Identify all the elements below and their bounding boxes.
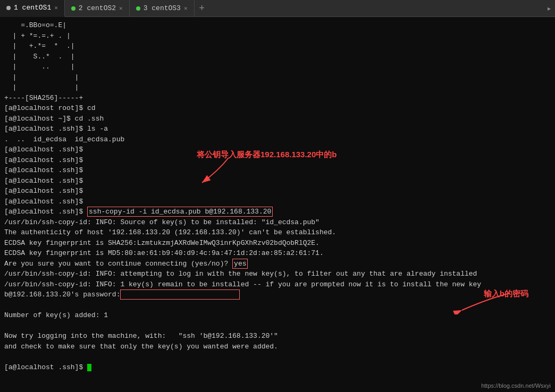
term-line [4,352,551,362]
term-line: | | [4,82,551,93]
yes-no-line: Are you sure you want to continue connec… [4,259,551,269]
term-line: | .. | [4,62,551,72]
url-bar: https://blog.csdn.net/Wsxyi [481,381,551,390]
tab-close-1[interactable]: ✕ [54,4,58,11]
term-line: [a@localhost .ssh]$ [4,165,551,176]
tab-close-3[interactable]: ✕ [184,5,188,12]
term-line: [a@localhost .ssh]$ [4,144,551,155]
terminal-cursor [87,364,91,371]
tab-dot-1 [6,6,11,10]
term-line: ECDSA key fingerprint is MD5:80:ae:61:b9… [4,248,551,259]
tab-dot-2 [71,6,75,11]
tab-label-1: 1 centOS1 [14,4,51,12]
tab-centos2[interactable]: 2 centOS2 ✕ [65,0,130,17]
term-line: [a@localhost .ssh]$ ls -a [4,124,551,134]
term-line [4,321,551,331]
tab-scroll-right[interactable]: ▸ [543,3,555,14]
term-line: +----[SHA256]-----+ [4,93,551,104]
term-line: Number of key(s) added: 1 [4,310,551,321]
tab-label-3: 3 centOS3 [144,4,181,12]
tab-close-2[interactable]: ✕ [119,5,123,12]
term-line: | +.*= * .| [4,41,551,52]
term-line [4,300,551,311]
yes-response: yes [232,259,248,269]
term-line: /usr/bin/ssh-copy-id: INFO: 1 key(s) rem… [4,279,551,290]
final-prompt-line: [a@localhost .ssh]$ [4,362,551,373]
term-line: =.BBo=o=.E| [4,20,551,31]
term-line: /usr/bin/ssh-copy-id: INFO: attempting t… [4,269,551,279]
term-line: The authenticity of host '192.168.133.20… [4,227,551,238]
term-line: [a@localhost .ssh]$ [4,155,551,166]
term-line: [a@localhost .ssh]$ [4,176,551,186]
term-line: ECDSA key fingerprint is SHA256:Lzmtukzm… [4,238,551,249]
ssh-copy-id-line: [a@localhost .ssh]$ ssh-copy-id -i id_ec… [4,207,551,217]
password-line: b@192.168.133.20's password: [4,289,551,300]
term-line: /usr/bin/ssh-copy-id: INFO: Source of ke… [4,217,551,228]
term-line: Now try logging into the machine, with: … [4,331,551,342]
term-line: [a@localhost .ssh]$ [4,197,551,207]
term-line: | S..* . | [4,52,551,62]
new-tab-button[interactable]: + [195,1,209,16]
term-line: | + *=.=.+ . | [4,31,551,41]
term-line: | | [4,72,551,83]
tab-label-2: 2 centOS2 [79,4,116,12]
tab-centos3[interactable]: 3 centOS3 ✕ [130,0,195,17]
tab-centos1[interactable]: 1 centOS1 ✕ [0,0,65,17]
term-line: . .. id_ecdsa id_ecdsa.pub [4,134,551,145]
term-line: [a@localhost ~]$ cd .ssh [4,114,551,124]
password-input-highlight[interactable] [120,289,239,300]
term-line: [a@localhost .ssh]$ [4,186,551,197]
term-line: and check to make sure that only the key… [4,342,551,352]
term-line: [a@localhost root]$ cd [4,103,551,114]
tab-bar: 1 centOS1 ✕ 2 centOS2 ✕ 3 centOS3 ✕ + ▸ [0,0,555,17]
terminal-area[interactable]: =.BBo=o=.E| | + *=.=.+ . | | +.*= * .| |… [0,17,555,392]
ssh-copy-id-command: ssh-copy-id -i id_ecdsa.pub b@192.168.13… [87,207,273,217]
tab-dot-3 [136,6,140,11]
